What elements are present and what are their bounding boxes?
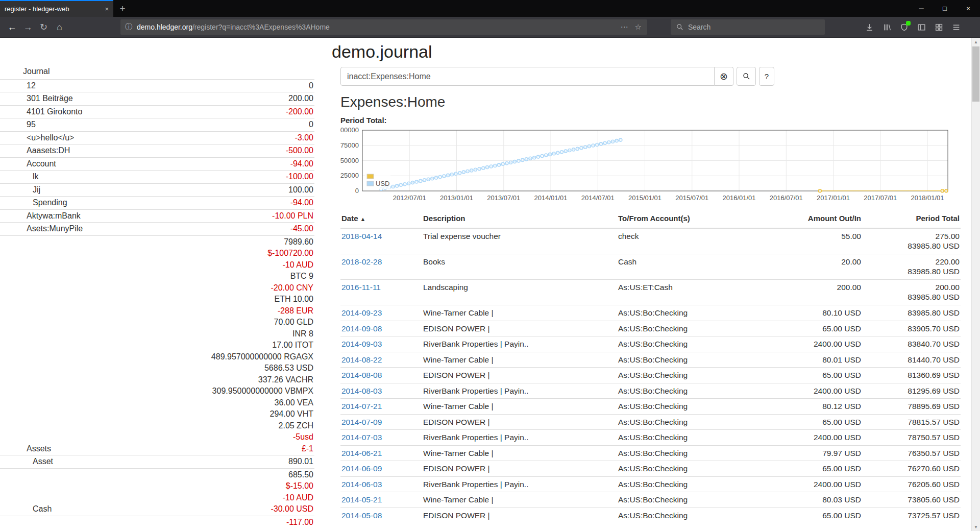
- scrollbar-thumb[interactable]: [972, 46, 979, 102]
- transaction-account: As:US:Bo:Checking: [617, 383, 760, 399]
- transaction-date-link[interactable]: 2016-11-11: [340, 279, 422, 305]
- window-minimize-button[interactable]: ─: [910, 0, 933, 17]
- new-tab-button[interactable]: +: [113, 0, 132, 17]
- extension-shield-icon[interactable]: [899, 22, 909, 32]
- transaction-date-link[interactable]: 2014-08-22: [340, 352, 422, 368]
- window-maximize-button[interactable]: □: [933, 0, 957, 17]
- account-name-link[interactable]: Aktywa:mBank: [1, 210, 272, 222]
- transaction-date-link[interactable]: 2014-06-09: [340, 461, 422, 477]
- column-header-date[interactable]: Date▲: [340, 210, 422, 228]
- transaction-date-link[interactable]: 2014-07-03: [340, 430, 422, 446]
- account-name-link[interactable]: 12: [1, 80, 309, 92]
- scroll-down-icon[interactable]: ▼: [972, 523, 980, 531]
- reload-button[interactable]: ↻: [36, 19, 52, 35]
- home-button[interactable]: ⌂: [52, 19, 67, 35]
- transaction-amount: 2400.00 USD: [760, 383, 862, 399]
- account-name-link[interactable]: Cash: [1, 503, 271, 515]
- account-name-link[interactable]: 4101 Girokonto: [1, 106, 286, 118]
- query-input[interactable]: [340, 67, 715, 86]
- scroll-up-icon[interactable]: ▲: [972, 38, 980, 46]
- svg-text:USD: USD: [376, 180, 389, 187]
- account-name-link[interactable]: Assets: [1, 443, 211, 455]
- svg-text:2014/01/01: 2014/01/01: [534, 194, 567, 202]
- forward-button[interactable]: →: [20, 19, 36, 35]
- browser-search-box[interactable]: Search: [671, 19, 825, 35]
- search-button[interactable]: [737, 67, 756, 86]
- register-row: 2014-07-03RiverBank Properties | Payin..…: [340, 430, 961, 446]
- sidebar-account-row: Assets7989.60$-100720.00-10 AUDBTC 9-20.…: [0, 235, 314, 455]
- transaction-amount: 65.00 USD: [760, 321, 862, 336]
- transaction-date-link[interactable]: 2014-09-08: [340, 321, 422, 336]
- register-row: 2014-07-09EDISON POWER |As:US:Bo:Checkin…: [340, 414, 961, 430]
- back-button[interactable]: ←: [4, 19, 20, 35]
- url-bar[interactable]: ⓘ demo.hledger.org/register?q=inacct%3AE…: [120, 19, 647, 35]
- tab-close-icon[interactable]: ×: [105, 5, 109, 13]
- search-icon: [675, 22, 684, 32]
- account-name-link[interactable]: Account: [1, 158, 290, 170]
- account-name-link[interactable]: 95: [1, 119, 309, 131]
- account-name-link[interactable]: Asset: [1, 456, 288, 468]
- account-name-link[interactable]: <u>hello</u>: [1, 132, 295, 144]
- clear-query-button[interactable]: ⊗: [715, 67, 733, 86]
- register-row: 2014-09-03RiverBank Properties | Payin..…: [340, 336, 961, 352]
- account-name-link[interactable]: Jij: [1, 184, 288, 196]
- sidebar-toggle-icon[interactable]: [917, 22, 926, 32]
- svg-text:2018/01/01: 2018/01/01: [911, 194, 944, 202]
- query-form: ⊗ ?: [340, 67, 774, 86]
- transaction-date-link[interactable]: 2018-02-28: [340, 254, 422, 279]
- transaction-date-link[interactable]: 2014-06-21: [340, 445, 422, 461]
- transaction-date-link[interactable]: 2014-09-03: [340, 336, 422, 352]
- journal-link[interactable]: Journal: [0, 64, 314, 79]
- grid-apps-icon[interactable]: [934, 22, 943, 32]
- transaction-date-link[interactable]: 2014-07-09: [340, 414, 422, 430]
- transaction-account: As:US:Bo:Checking: [617, 461, 760, 477]
- transaction-account: As:US:Bo:Checking: [617, 430, 760, 446]
- transaction-date-link[interactable]: 2014-09-23: [340, 305, 422, 321]
- sort-asc-icon: ▲: [360, 216, 366, 222]
- url-host: demo.hledger.org: [137, 23, 192, 31]
- transaction-amount: 79.97 USD: [760, 445, 862, 461]
- register-row: 2014-08-08EDISON POWER |As:US:Bo:Checkin…: [340, 368, 961, 383]
- transaction-amount: 2400.00 USD: [760, 336, 862, 352]
- sidebar-account-row: Aktywa:mBank-10.00 PLN: [0, 209, 314, 223]
- sidebar-account-row: Account-94.00: [0, 157, 314, 171]
- svg-text:50000: 50000: [340, 157, 359, 164]
- transaction-account: As:US:Bo:Checking: [617, 476, 760, 492]
- account-name-link[interactable]: Spending: [1, 197, 290, 209]
- transaction-amount: 80.03 USD: [760, 492, 862, 508]
- library-icon[interactable]: [882, 22, 891, 32]
- bookmark-star-icon[interactable]: ☆: [634, 22, 643, 32]
- account-balance: -200.00: [286, 106, 313, 118]
- column-header-to-from-account-s-: To/From Account(s): [617, 210, 760, 228]
- account-balance: 890.01: [288, 456, 313, 468]
- transaction-description: Wine-Tarner Cable |: [422, 445, 617, 461]
- window-close-button[interactable]: ×: [957, 0, 980, 17]
- account-balance: -500.00: [286, 145, 313, 157]
- browser-tab[interactable]: register - hledger-web ×: [0, 0, 113, 17]
- menu-hamburger-icon[interactable]: [951, 22, 961, 32]
- account-name-link[interactable]: Aaasets:DH: [1, 145, 286, 157]
- transaction-date-link[interactable]: 2014-08-08: [340, 368, 422, 383]
- page-scrollbar[interactable]: ▲ ▼: [971, 38, 980, 531]
- transaction-description: EDISON POWER |: [422, 321, 617, 336]
- transaction-date-link[interactable]: 2014-07-21: [340, 399, 422, 415]
- transaction-date-link[interactable]: 2014-05-21: [340, 492, 422, 508]
- download-icon[interactable]: [865, 22, 874, 32]
- column-header-amount-out-in: Amount Out/In: [760, 210, 862, 228]
- svg-text:2013/01/01: 2013/01/01: [440, 194, 473, 202]
- page-actions-icon[interactable]: ⋯: [620, 22, 629, 32]
- transaction-date-link[interactable]: 2014-08-03: [340, 383, 422, 399]
- svg-text:25000: 25000: [340, 172, 359, 179]
- transaction-description: RiverBank Properties | Payin..: [422, 383, 617, 399]
- account-name-link[interactable]: lk: [1, 171, 286, 183]
- transaction-account: As:US:Bo:Checking: [617, 305, 760, 321]
- help-button[interactable]: ?: [759, 67, 774, 86]
- register-row: 2014-05-21Wine-Tarner Cable |As:US:Bo:Ch…: [340, 492, 961, 508]
- transaction-date-link[interactable]: 2018-04-14: [340, 228, 422, 254]
- account-name-link[interactable]: 301 Beiträge: [1, 93, 288, 105]
- register-header-row: Date▲DescriptionTo/From Account(s)Amount…: [340, 210, 961, 228]
- site-info-icon[interactable]: ⓘ: [125, 22, 132, 32]
- transaction-date-link[interactable]: 2014-05-08: [340, 508, 422, 523]
- transaction-date-link[interactable]: 2014-06-03: [340, 476, 422, 492]
- account-name-link[interactable]: Asets:MunyPile: [1, 223, 290, 235]
